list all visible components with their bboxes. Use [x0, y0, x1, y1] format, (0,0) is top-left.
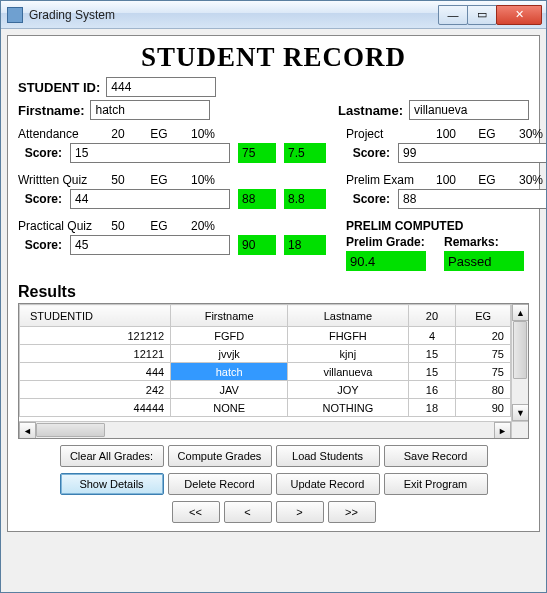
vertical-scroll-thumb[interactable]: [513, 321, 527, 379]
nav-first-button[interactable]: <<: [172, 501, 220, 523]
delete-record-button[interactable]: Delete Record: [168, 473, 272, 495]
table-cell[interactable]: 18: [408, 399, 456, 417]
prelim-pct: 30%: [511, 173, 546, 187]
nav-next-button[interactable]: >: [276, 501, 324, 523]
column-header[interactable]: 20: [408, 305, 456, 327]
page-title: STUDENT RECORD: [18, 42, 529, 73]
results-table[interactable]: STUDENTIDFirstnameLastname20EG 121212FGF…: [19, 304, 511, 417]
results-title: Results: [18, 283, 529, 301]
prelim-grade-value: 90.4: [346, 251, 426, 271]
firstname-input[interactable]: [90, 100, 210, 120]
table-cell[interactable]: kjnj: [288, 345, 408, 363]
compute-grades-button[interactable]: Compute Grades: [168, 445, 272, 467]
table-row[interactable]: 121212FGFDFHGFH420: [20, 327, 511, 345]
remarks-label: Remarks:: [444, 235, 524, 249]
right-col: Project 100 EG 30% Score: 99 29.7: [346, 123, 546, 281]
table-cell[interactable]: 16: [408, 381, 456, 399]
show-details-button[interactable]: Show Details: [60, 473, 164, 495]
lastname-input[interactable]: [409, 100, 529, 120]
exit-program-button[interactable]: Exit Program: [384, 473, 488, 495]
table-cell[interactable]: 12121: [20, 345, 171, 363]
table-cell[interactable]: 444: [20, 363, 171, 381]
table-cell[interactable]: 75: [456, 363, 511, 381]
practical-score-input[interactable]: [70, 235, 230, 255]
scroll-right-icon[interactable]: ►: [494, 422, 511, 439]
prelim-grade-label: Prelim Grade:: [346, 235, 426, 249]
table-cell[interactable]: NONE: [171, 399, 288, 417]
project-score-input[interactable]: [398, 143, 546, 163]
attendance-score-input[interactable]: [70, 143, 230, 163]
minimize-button[interactable]: —: [438, 5, 468, 25]
attendance-pct: 10%: [183, 127, 223, 141]
table-cell[interactable]: 44444: [20, 399, 171, 417]
practical-pct: 20%: [183, 219, 223, 233]
results-grid[interactable]: STUDENTIDFirstnameLastname20EG 121212FGF…: [18, 303, 529, 439]
window-controls: — ▭ ✕: [439, 5, 542, 25]
student-id-input[interactable]: [106, 77, 216, 97]
table-cell[interactable]: 80: [456, 381, 511, 399]
prelim-computed-title: PRELIM COMPUTED: [346, 219, 546, 233]
update-record-button[interactable]: Update Record: [276, 473, 380, 495]
maximize-button[interactable]: ▭: [467, 5, 497, 25]
table-cell[interactable]: 242: [20, 381, 171, 399]
practical-score-label: Score:: [18, 238, 62, 252]
prelim-score-input[interactable]: [398, 189, 546, 209]
project-max: 100: [429, 127, 463, 141]
table-cell[interactable]: NOTHING: [288, 399, 408, 417]
written-egpct-value: 8.8: [284, 189, 326, 209]
table-cell[interactable]: hatch: [171, 363, 288, 381]
table-cell[interactable]: 20: [456, 327, 511, 345]
prelim-computed-block: PRELIM COMPUTED Prelim Grade: 90.4 Remar…: [346, 219, 546, 271]
practical-label: Practical Quiz: [18, 219, 93, 233]
horizontal-scroll-thumb[interactable]: [36, 423, 105, 437]
prelim-block: Prelim Exam 100 EG 30% Score: 88 26.4: [346, 173, 546, 209]
attendance-egpct-value: 7.5: [284, 143, 326, 163]
table-cell[interactable]: jvvjk: [171, 345, 288, 363]
table-cell[interactable]: 15: [408, 363, 456, 381]
table-cell[interactable]: 121212: [20, 327, 171, 345]
table-cell[interactable]: 90: [456, 399, 511, 417]
scroll-down-icon[interactable]: ▼: [512, 404, 528, 421]
table-row[interactable]: 12121jvvjkkjnj1575: [20, 345, 511, 363]
table-cell[interactable]: villanueva: [288, 363, 408, 381]
column-header[interactable]: EG: [456, 305, 511, 327]
nav-last-button[interactable]: >>: [328, 501, 376, 523]
table-cell[interactable]: JAV: [171, 381, 288, 399]
project-eg-label: EG: [471, 127, 503, 141]
vertical-scrollbar[interactable]: ▲ ▼: [511, 304, 528, 421]
table-cell[interactable]: JOY: [288, 381, 408, 399]
scroll-up-icon[interactable]: ▲: [512, 304, 528, 321]
table-cell[interactable]: FGFD: [171, 327, 288, 345]
table-cell[interactable]: 4: [408, 327, 456, 345]
horizontal-scrollbar[interactable]: ◄ ►: [19, 421, 528, 438]
load-students-button[interactable]: Load Students: [276, 445, 380, 467]
lastname-label: Lastname:: [338, 103, 403, 118]
attendance-label: Attendance: [18, 127, 93, 141]
written-eg-value: 88: [238, 189, 276, 209]
table-row[interactable]: 444hatchvillanueva1575: [20, 363, 511, 381]
written-score-input[interactable]: [70, 189, 230, 209]
name-row: Firstname: Lastname:: [18, 100, 529, 120]
save-record-button[interactable]: Save Record: [384, 445, 488, 467]
attendance-eg-value: 75: [238, 143, 276, 163]
scroll-left-icon[interactable]: ◄: [19, 422, 36, 439]
table-cell[interactable]: 75: [456, 345, 511, 363]
clear-all-grades-button[interactable]: Clear All Grades:: [60, 445, 164, 467]
table-cell[interactable]: FHGFH: [288, 327, 408, 345]
table-cell[interactable]: 15: [408, 345, 456, 363]
column-header[interactable]: Lastname: [288, 305, 408, 327]
column-header[interactable]: Firstname: [171, 305, 288, 327]
table-row[interactable]: 242JAVJOY1680: [20, 381, 511, 399]
table-row[interactable]: 44444NONENOTHING1890: [20, 399, 511, 417]
written-score-label: Score:: [18, 192, 62, 206]
practical-eg-value: 90: [238, 235, 276, 255]
student-id-row: STUDENT ID:: [18, 77, 529, 97]
attendance-eg-label: EG: [143, 127, 175, 141]
button-row-1: Clear All Grades: Compute Grades Load St…: [18, 445, 529, 467]
nav-prev-button[interactable]: <: [224, 501, 272, 523]
grade-columns: Attendance 20 EG 10% Score: 75 7.5: [18, 123, 529, 281]
column-header[interactable]: STUDENTID: [20, 305, 171, 327]
prelim-score-label: Score:: [346, 192, 390, 206]
close-button[interactable]: ✕: [496, 5, 542, 25]
prelim-max: 100: [429, 173, 463, 187]
